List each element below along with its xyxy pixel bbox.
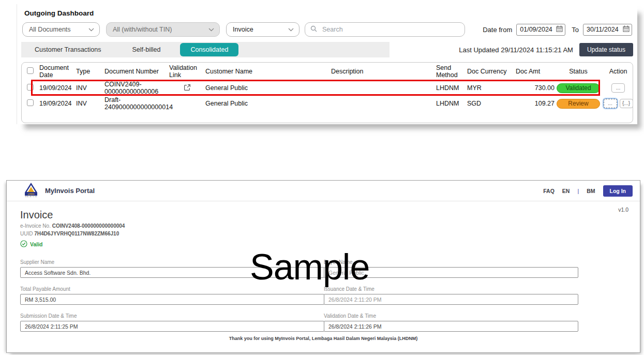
row-actions-button[interactable]: ... xyxy=(604,99,617,108)
table-row[interactable]: 19/09/2024 INV Draft-2409000000000000014… xyxy=(22,96,633,111)
field-label: Issuance Date & Time xyxy=(324,286,578,292)
chevron-down-icon xyxy=(288,26,294,33)
search-icon xyxy=(310,25,317,34)
tabs-row: Customer Transactions Self-billed Consol… xyxy=(21,42,633,57)
status-badge: Validated xyxy=(557,83,600,93)
field-label: Supplier Name xyxy=(20,259,324,265)
doc-kind-dropdown[interactable]: Invoice xyxy=(226,22,299,37)
field-label: Buyer Name xyxy=(324,259,578,265)
validity-status: Valid xyxy=(20,240,640,248)
last-updated-text: Last Updated 29/11/2024 11:15:21 AM xyxy=(459,46,573,54)
document-type-value: All Documents xyxy=(29,26,71,33)
table-row[interactable]: 19/09/2024 INV COINV2409-000000000000006… xyxy=(22,80,633,96)
total-payable-field: Total Payable Amount RM 3,515.00 xyxy=(20,286,324,305)
col-document-date: Document Date xyxy=(39,64,76,79)
tin-filter-dropdown[interactable]: All (with/without TIN) xyxy=(106,22,220,37)
portal-footer: Thank you for using MyInvois Portal, Lem… xyxy=(7,336,640,341)
cell-doc-currency: MYR xyxy=(467,84,516,92)
cell-document-number: COINV2409-000000000000006 xyxy=(104,81,169,95)
col-validation-link: Validation Link xyxy=(169,64,205,79)
tab-bar: Customer Transactions Self-billed Consol… xyxy=(21,42,390,57)
update-status-button[interactable]: Update status xyxy=(579,43,633,56)
search-input[interactable] xyxy=(321,25,459,34)
col-doc-currency: Doc Currency xyxy=(467,68,516,75)
field-label: Total Payable Amount xyxy=(20,286,324,292)
cell-doc-amt: 730.00 xyxy=(516,84,556,92)
cell-customer-name: General Public xyxy=(205,100,331,107)
col-action: Action xyxy=(601,68,633,75)
issuance-datetime-value: 26/8/2024 2:11:20 PM xyxy=(324,294,578,305)
buyer-name-field: Buyer Name General Public xyxy=(324,259,578,278)
date-from-label: Date from xyxy=(483,26,512,34)
doc-kind-value: Invoice xyxy=(233,26,253,33)
uuid-line: UUID 7H4D6JYVRHQ0117NW82ZM66J10 xyxy=(20,231,640,236)
buyer-name-value: General Public xyxy=(324,267,578,278)
date-to-input[interactable]: 30/11/2024 xyxy=(583,24,632,36)
search-box[interactable] xyxy=(305,22,465,37)
status-area: Last Updated 29/11/2024 11:15:21 AM Upda… xyxy=(459,43,633,56)
nav-lang-bm[interactable]: BM xyxy=(587,188,595,194)
portal-header: LHDN MALAYSIA MyInvois Portal FAQ EN | B… xyxy=(7,181,640,201)
cell-doc-amt: 109.27 xyxy=(516,100,556,107)
calendar-icon[interactable] xyxy=(623,25,630,34)
documents-table: Document Date Type Document Number Valid… xyxy=(21,62,633,123)
uuid-value: 7H4D6JYVRHQ0117NW82ZM66J10 xyxy=(34,231,119,236)
cell-document-date: 19/09/2024 xyxy=(39,84,76,92)
tab-consolidated[interactable]: Consolidated xyxy=(180,43,238,56)
nav-lang-en[interactable]: EN xyxy=(562,188,570,194)
supplier-name-value: Access Software Sdn. Bhd. xyxy=(20,267,324,278)
page-title: Outgoing Dashboard xyxy=(21,8,633,17)
cell-document-number: Draft-2409000000000000014 xyxy=(104,96,169,111)
uuid-label: UUID xyxy=(20,231,33,236)
filter-row: All Documents All (with/without TIN) Inv… xyxy=(21,22,633,37)
einvoice-number-line: e-Invoice No. COINV2408-000000000000004 xyxy=(20,223,640,229)
calendar-icon[interactable] xyxy=(556,25,563,34)
external-link-icon[interactable] xyxy=(184,84,191,93)
col-description: Description xyxy=(331,68,436,75)
cell-customer-name: General Public xyxy=(205,84,331,92)
row-checkbox[interactable] xyxy=(27,84,34,91)
portal-nav: FAQ EN | BM Log In xyxy=(543,185,633,197)
col-send-method: Send Method xyxy=(436,64,467,79)
date-from-value: 01/09/2024 xyxy=(520,26,552,33)
date-to-value: 30/11/2024 xyxy=(587,26,619,33)
date-to-label: To xyxy=(572,26,579,34)
col-customer-name: Customer Name xyxy=(205,68,331,75)
nav-faq[interactable]: FAQ xyxy=(543,188,555,194)
tab-self-billed[interactable]: Self-billed xyxy=(132,46,161,53)
row-checkbox[interactable] xyxy=(27,99,34,106)
select-all-checkbox[interactable] xyxy=(27,67,34,74)
validation-datetime-value: 26/8/2024 2:11:26 PM xyxy=(324,321,578,332)
cell-doc-currency: SGD xyxy=(467,100,516,107)
invoice-summary: Invoice e-Invoice No. COINV2408-00000000… xyxy=(7,201,640,248)
version-label: v1.0 xyxy=(618,206,628,213)
date-from-input[interactable]: 01/09/2024 xyxy=(516,24,565,36)
einvoice-label: e-Invoice No. xyxy=(20,223,51,229)
date-range-group: Date from 01/09/2024 To 30/11/2024 xyxy=(483,24,633,36)
tab-customer-transactions[interactable]: Customer Transactions xyxy=(35,46,101,53)
field-label: Submission Date & Time xyxy=(20,313,324,319)
nav-divider: | xyxy=(577,188,579,194)
outgoing-dashboard-panel: Outgoing Dashboard All Documents All (wi… xyxy=(17,4,637,124)
status-badge: Review xyxy=(557,99,600,109)
submission-datetime-field: Submission Date & Time 26/8/2024 2:11:25… xyxy=(20,313,324,332)
cell-send-method: LHDNM xyxy=(436,100,467,107)
lhdn-logo-icon: LHDN MALAYSIA xyxy=(24,182,38,200)
document-type-dropdown[interactable]: All Documents xyxy=(22,22,100,37)
row-json-button[interactable]: {...} xyxy=(620,99,633,108)
table-header-row: Document Date Type Document Number Valid… xyxy=(22,63,633,80)
issuance-datetime-field: Issuance Date & Time 26/8/2024 2:11:20 P… xyxy=(324,286,578,305)
tin-filter-value: All (with/without TIN) xyxy=(113,26,172,33)
row-actions-button[interactable]: ... xyxy=(611,83,625,93)
einvoice-number: COINV2408-000000000000004 xyxy=(52,223,125,229)
invoice-title: Invoice xyxy=(20,209,640,221)
myinvois-portal-panel: LHDN MALAYSIA MyInvois Portal FAQ EN | B… xyxy=(6,180,640,353)
cell-type: INV xyxy=(76,84,104,92)
supplier-name-field: Supplier Name Access Software Sdn. Bhd. xyxy=(20,259,324,278)
validation-datetime-field: Validation Date & Time 26/8/2024 2:11:26… xyxy=(324,313,578,332)
valid-label: Valid xyxy=(30,241,43,247)
login-button[interactable]: Log In xyxy=(603,185,633,197)
col-type: Type xyxy=(76,68,104,75)
col-document-number: Document Number xyxy=(104,68,169,75)
chevron-down-icon xyxy=(208,26,214,33)
